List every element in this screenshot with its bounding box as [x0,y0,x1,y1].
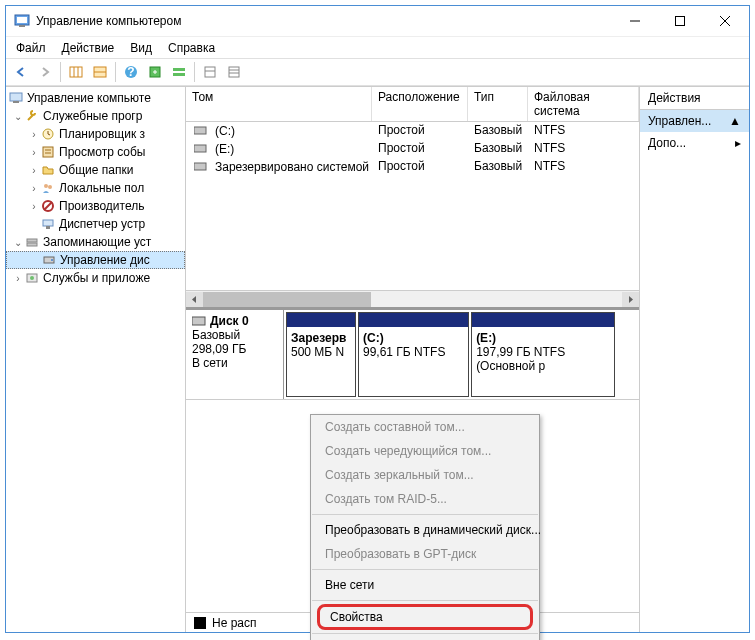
ctx-new-mirrored[interactable]: Создать зеркальный том... [311,463,539,487]
tree-shared-folders[interactable]: › Общие папки [6,161,185,179]
partition-header-bar [287,313,355,327]
svg-rect-41 [194,145,206,152]
folder-icon [40,162,56,178]
disk-icon [41,252,57,268]
tree-services[interactable]: › Службы и приложе [6,269,185,287]
volume-row[interactable]: (E:) Простой Базовый NTFS [186,140,639,158]
list-button[interactable] [223,61,245,83]
menu-file[interactable]: Файл [8,39,54,57]
svg-rect-15 [173,68,185,71]
horizontal-scrollbar[interactable] [186,290,639,307]
svg-point-39 [30,276,34,280]
tree-device-manager[interactable]: Диспетчер устр [6,215,185,233]
svg-rect-7 [70,67,82,77]
ctx-separator [312,569,538,570]
ctx-offline[interactable]: Вне сети [311,573,539,597]
minimize-button[interactable] [612,7,657,35]
menu-help[interactable]: Справка [160,39,223,57]
view-split-button[interactable] [89,61,111,83]
ctx-convert-dynamic[interactable]: Преобразовать в динамический диск... [311,518,539,542]
expand-icon[interactable]: › [28,129,40,140]
tree-performance[interactable]: › Производитель [6,197,185,215]
window-controls [612,7,747,35]
view-columns-button[interactable] [65,61,87,83]
volume-list-header: Том Расположение Тип Файловая система [186,87,639,122]
back-button[interactable] [10,61,32,83]
computer-icon [8,90,24,106]
svg-point-28 [44,184,48,188]
tools-icon [24,108,40,124]
svg-rect-40 [194,127,206,134]
svg-rect-16 [173,73,185,76]
partition-system-reserved[interactable]: Зарезерв500 МБ N [286,312,356,397]
partition-e[interactable]: (E:)197,99 ГБ NTFS(Основной р [471,312,615,397]
help-button[interactable]: ? [120,61,142,83]
expand-icon[interactable]: › [12,273,24,284]
scrollbar-thumb[interactable] [203,292,371,307]
maximize-button[interactable] [657,7,702,35]
scroll-right-icon[interactable] [622,292,639,307]
svg-rect-35 [27,243,37,246]
disk-icon [192,315,206,327]
tree-storage[interactable]: ⌄ Запоминающие уст [6,233,185,251]
tree-event-viewer[interactable]: › Просмотр собы [6,143,185,161]
svg-rect-25 [43,147,53,157]
col-volume[interactable]: Том [186,87,372,121]
menu-view[interactable]: Вид [122,39,160,57]
partition-header-bar [359,313,468,327]
col-layout[interactable]: Расположение [372,87,468,121]
app-icon [14,13,30,29]
tree-disk-management[interactable]: Управление дис [6,251,185,269]
device-icon [40,216,56,232]
ctx-separator [312,633,538,634]
disk-view-button[interactable] [168,61,190,83]
actions-item-more[interactable]: Допо... ▸ [640,132,749,154]
tree-scheduler[interactable]: › Планировщик з [6,125,185,143]
ctx-new-striped[interactable]: Создать чередующийся том... [311,439,539,463]
scroll-left-icon[interactable] [186,292,203,307]
actions-item-manage[interactable]: Управлен... ▲ [640,110,749,132]
col-type[interactable]: Тип [468,87,528,121]
toolbar-separator [194,62,195,82]
expand-icon[interactable]: › [28,183,40,194]
ctx-new-raid5[interactable]: Создать том RAID-5... [311,487,539,511]
actions-pane: Действия Управлен... ▲ Допо... ▸ [639,87,749,632]
expand-icon[interactable]: › [28,147,40,158]
settings-button[interactable] [144,61,166,83]
tree-local-users[interactable]: › Локальные пол [6,179,185,197]
ctx-convert-gpt[interactable]: Преобразовать в GPT-диск [311,542,539,566]
menu-action[interactable]: Действие [54,39,123,57]
close-button[interactable] [702,7,747,35]
disk0-partitions: Зарезерв500 МБ N (C:)99,61 ГБ NTFS (E:)1… [284,310,639,399]
partition-c[interactable]: (C:)99,61 ГБ NTFS [358,312,469,397]
ctx-separator [312,514,538,515]
users-icon [40,180,56,196]
volume-row[interactable]: Зарезервировано системой Простой Базовый… [186,158,639,176]
tree-system-tools[interactable]: ⌄ Служебные прогр [6,107,185,125]
svg-rect-2 [19,25,25,27]
tree-root[interactable]: Управление компьюте [6,89,185,107]
expand-icon[interactable]: › [28,165,40,176]
svg-text:?: ? [127,65,134,79]
disk0-info[interactable]: Диск 0 Базовый 298,09 ГБ В сети [186,310,284,399]
ctx-new-spanned[interactable]: Создать составной том... [311,415,539,439]
titlebar: Управление компьютером [6,6,749,36]
refresh-button[interactable] [199,61,221,83]
storage-icon [24,234,40,250]
ctx-properties[interactable]: Свойства [317,604,533,630]
disk-context-menu: Создать составной том... Создать чередую… [310,414,540,640]
volume-list[interactable]: (C:) Простой Базовый NTFS (E:) Простой Б… [186,122,639,290]
col-filesystem[interactable]: Файловая система [528,87,639,121]
expand-icon[interactable]: › [28,201,40,212]
volume-row[interactable]: (C:) Простой Базовый NTFS [186,122,639,140]
collapse-icon[interactable]: ⌄ [12,237,24,248]
actions-header: Действия [640,87,749,110]
volume-icon [192,123,208,139]
forward-button[interactable] [34,61,56,83]
scrollbar-track[interactable] [203,292,622,307]
navigation-tree[interactable]: Управление компьюте ⌄ Служебные прогр › … [6,87,186,632]
services-icon [24,270,40,286]
svg-rect-4 [675,17,684,26]
toolbar-separator [60,62,61,82]
collapse-icon[interactable]: ⌄ [12,111,24,122]
